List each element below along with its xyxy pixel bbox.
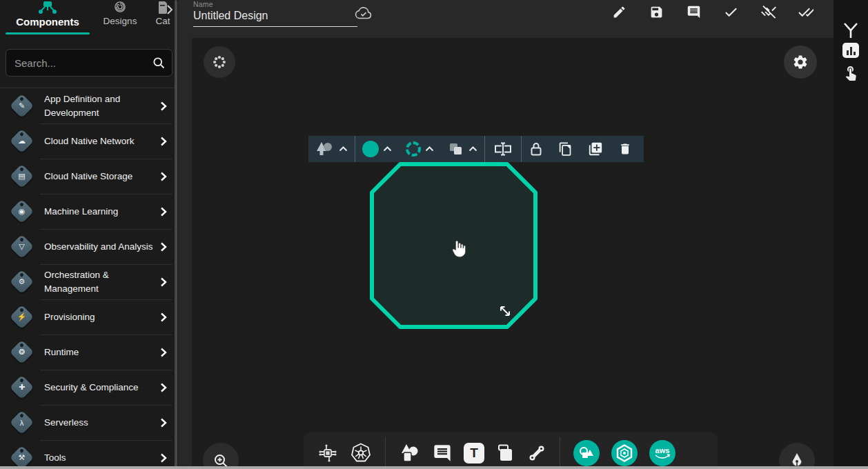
circuit-icon — [317, 443, 338, 463]
topology-icon — [37, 0, 58, 14]
lock-icon — [529, 141, 543, 157]
category-row-cloud-native-storage[interactable]: ▤ Cloud Native Storage — [0, 159, 178, 194]
category-row-runtime[interactable]: ❂ Runtime — [0, 335, 178, 370]
pencil-icon — [612, 5, 627, 19]
tab-components[interactable]: Components — [6, 0, 90, 36]
rose-icon — [112, 0, 128, 14]
freehand-draw-button[interactable] — [779, 443, 815, 469]
comment-tool-button[interactable] — [433, 443, 452, 463]
category-list: ✎ App Definition and Development ☁ Cloud… — [0, 88, 178, 469]
delete-button[interactable] — [611, 136, 640, 162]
duplicate-button[interactable] — [580, 136, 611, 162]
tab-designs-label: Designs — [103, 16, 137, 26]
chart-bar — [847, 50, 849, 55]
search-icon — [152, 56, 166, 70]
touch-mode-icon[interactable] — [842, 63, 859, 81]
sidebar-scrollbar[interactable] — [175, 0, 177, 469]
search-input[interactable] — [14, 57, 152, 69]
chevron-right-icon — [160, 137, 171, 146]
chevron-right-icon — [160, 242, 171, 252]
stroke-swatch-icon — [406, 141, 421, 157]
edge-tool-button[interactable] — [527, 443, 546, 463]
validate-button[interactable] — [722, 3, 739, 20]
chart-button[interactable] — [842, 43, 859, 58]
tag-icon: ✎ — [6, 97, 37, 114]
fill-color-swatch-icon — [362, 141, 379, 157]
canvas-dock: T — [304, 432, 718, 469]
tab-catalog-label: Cat — [155, 16, 170, 26]
right-tool-strip — [834, 0, 868, 469]
components-tool-button[interactable] — [317, 443, 338, 463]
category-row-orchestration[interactable]: ⚙ Orchestration & Management — [0, 264, 178, 299]
tabs-scroll-right-icon[interactable] — [166, 4, 174, 15]
gear-icon — [792, 54, 809, 70]
merge-y-icon[interactable] — [841, 21, 860, 40]
comment-button[interactable] — [685, 3, 702, 20]
loading-flower-button[interactable] — [204, 46, 235, 78]
aws-library-button[interactable]: aws — [649, 440, 675, 466]
shapes-library-button[interactable] — [573, 440, 600, 466]
category-label: Tools — [37, 451, 160, 465]
zoom-in-button[interactable] — [203, 443, 239, 469]
stroke-style-button[interactable] — [399, 136, 441, 162]
chevron-up-icon — [383, 146, 392, 152]
category-row-cloud-native-network[interactable]: ☁ Cloud Native Network — [0, 123, 178, 159]
cloud-saved-icon — [355, 6, 373, 21]
chevron-up-icon — [425, 146, 434, 152]
save-button[interactable] — [648, 3, 664, 20]
chevron-right-icon — [160, 172, 171, 181]
shape-picker-button[interactable] — [308, 136, 355, 162]
gcp-library-button[interactable] — [611, 440, 638, 466]
category-label: Cloud Native Network — [37, 134, 160, 148]
note-tool-button[interactable] — [496, 443, 515, 463]
shapes-icon — [315, 140, 335, 158]
chevron-right-icon — [160, 383, 171, 392]
category-label: Machine Learning — [37, 205, 160, 219]
dry-run-button[interactable] — [760, 3, 776, 20]
design-name-input[interactable] — [193, 8, 357, 27]
check-icon — [723, 4, 739, 20]
horizontal-scrollbar[interactable] — [0, 466, 868, 469]
tag-icon: ⚡ — [6, 308, 37, 326]
resize-handle-icon[interactable] — [496, 302, 514, 320]
tab-designs[interactable]: Designs — [95, 0, 145, 36]
chevron-right-icon — [160, 418, 171, 428]
resize-button[interactable] — [485, 136, 521, 162]
shapes-icon — [399, 443, 421, 463]
category-row-serverless[interactable]: λ Serverless — [0, 405, 178, 440]
edit-button[interactable] — [611, 3, 627, 20]
category-row-machine-learning[interactable]: ◉ Machine Learning — [0, 194, 178, 229]
comment-icon — [687, 5, 701, 19]
table-icon[interactable] — [842, 0, 859, 7]
layers-icon — [448, 141, 464, 157]
fill-color-button[interactable] — [355, 136, 399, 162]
canvas-settings-button[interactable] — [784, 46, 817, 79]
trash-icon — [618, 141, 632, 157]
add-copy-icon — [588, 141, 603, 157]
selection-context-toolbar — [308, 136, 644, 162]
category-row-security[interactable]: ✚ Security & Compliance — [0, 370, 178, 405]
tag-icon: ⚙ — [6, 273, 37, 290]
category-row-provisioning[interactable]: ⚡ Provisioning — [0, 299, 178, 335]
deploy-button[interactable] — [797, 3, 813, 20]
design-canvas[interactable]: T — [192, 38, 834, 469]
sidebar-tabbar: Components Designs Cat — [0, 0, 178, 39]
tag-icon: ▤ — [6, 168, 37, 185]
aws-logo-text: aws — [655, 447, 670, 454]
shapes-library-icon — [579, 446, 594, 460]
kubernetes-tool-button[interactable] — [350, 442, 372, 464]
text-tool-icon: T — [464, 443, 484, 463]
header-actions — [611, 3, 813, 20]
category-row-observability[interactable]: ▽ Observability and Analysis — [0, 229, 178, 264]
category-row-app-definition[interactable]: ✎ App Definition and Development — [0, 88, 178, 123]
copy-button[interactable] — [551, 136, 580, 162]
remove-done-icon — [760, 4, 776, 20]
shapes-tool-button[interactable] — [399, 443, 421, 463]
tag-icon: ⚒ — [6, 449, 37, 466]
category-label: App Definition and Development — [37, 92, 160, 119]
category-row-tools[interactable]: ⚒ Tools — [0, 440, 178, 469]
arrange-button[interactable] — [441, 136, 484, 162]
lock-button[interactable] — [522, 136, 551, 162]
link-icon — [527, 443, 546, 463]
text-tool-button[interactable]: T — [464, 443, 484, 463]
